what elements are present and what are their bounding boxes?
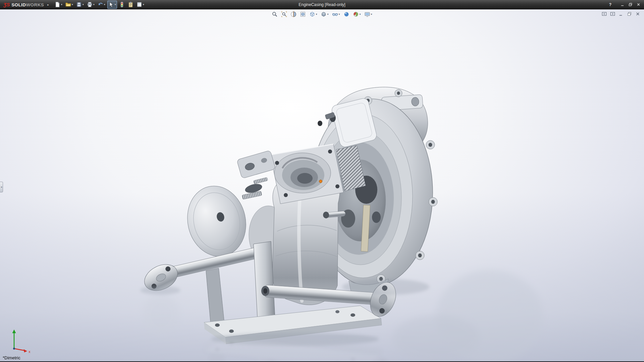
options-dropdown[interactable]: ▾ xyxy=(143,3,144,6)
undo-dropdown[interactable]: ▾ xyxy=(104,3,105,6)
solidworks-logo: ƷS SOLID WORKS xyxy=(3,2,44,7)
zoom-to-area-icon xyxy=(281,11,287,17)
rebuild-icon xyxy=(119,2,125,7)
apply-scene-button[interactable]: ▾ xyxy=(352,11,362,17)
viewport-next-button[interactable] xyxy=(610,11,615,16)
part-flywheel[interactable] xyxy=(180,180,253,262)
document-minimize-button[interactable] xyxy=(618,11,624,16)
standard-toolbar: ▾▾▾▾▾▾▾ xyxy=(54,1,145,9)
dassault-logo-icon: ƷS xyxy=(3,2,10,7)
view-settings-dropdown[interactable]: ▾ xyxy=(371,13,372,16)
hide-show-items-button[interactable]: ▾ xyxy=(331,11,341,17)
document-close-button[interactable] xyxy=(635,11,641,16)
model-reflection xyxy=(140,328,437,361)
new-document-icon xyxy=(55,2,60,7)
hide-show-items-icon xyxy=(332,11,338,17)
new-document-dropdown[interactable]: ▾ xyxy=(61,3,62,6)
apply-scene-icon xyxy=(353,11,359,17)
options-icon xyxy=(137,2,142,7)
triad-x-axis xyxy=(14,349,24,351)
brand-works-text: WORKS xyxy=(26,2,44,7)
open-document-button[interactable]: ▾ xyxy=(64,1,74,9)
view-orientation-button[interactable]: ▾ xyxy=(308,11,318,17)
open-document-dropdown[interactable]: ▾ xyxy=(72,3,73,6)
minimize-button[interactable] xyxy=(619,1,626,8)
triad-y-arrowhead xyxy=(12,329,16,333)
restore-button[interactable] xyxy=(627,1,634,8)
selection-point xyxy=(319,180,322,183)
3d-drawing-views-icon xyxy=(300,11,306,17)
viewport-previous-button[interactable] xyxy=(601,11,607,16)
select-button[interactable]: ▾ xyxy=(107,1,117,9)
section-view-button[interactable] xyxy=(289,11,297,17)
graphics-area[interactable]: ▾▾▾▾▾ ◂ x *Dimetric xyxy=(0,9,644,361)
triad-z-origin xyxy=(13,348,15,350)
open-document-icon xyxy=(65,2,71,7)
triad-x-arrowhead xyxy=(24,349,28,353)
titlebar: ƷS SOLID WORKS ▸ ▾▾▾▾▾▾▾ EngineCasing [R… xyxy=(0,0,644,9)
options-button[interactable]: ▾ xyxy=(136,1,145,9)
section-view-icon xyxy=(290,11,296,17)
document-title: EngineCasing [Read-only] xyxy=(299,0,345,9)
file-properties-button[interactable] xyxy=(127,1,135,9)
orientation-triad: x xyxy=(4,327,34,353)
select-dropdown[interactable]: ▾ xyxy=(115,3,116,6)
undo-icon xyxy=(98,2,103,7)
rebuild-button[interactable] xyxy=(118,1,126,9)
zoom-to-fit-icon xyxy=(272,11,277,17)
display-style-button[interactable]: ▾ xyxy=(320,11,329,17)
view-orientation-icon xyxy=(309,11,315,17)
file-properties-icon xyxy=(128,2,133,7)
apply-scene-dropdown[interactable]: ▾ xyxy=(360,13,361,16)
document-restore-button[interactable] xyxy=(627,11,632,16)
close-button[interactable] xyxy=(635,1,642,8)
help-button[interactable]: ? xyxy=(607,1,614,8)
print-button[interactable]: ▾ xyxy=(86,1,96,9)
undo-button[interactable]: ▾ xyxy=(97,1,106,9)
select-icon xyxy=(108,2,114,7)
engine-casing-model[interactable] xyxy=(0,9,644,361)
print-icon xyxy=(87,2,93,7)
edit-appearance-icon xyxy=(344,11,350,17)
print-dropdown[interactable]: ▾ xyxy=(93,3,95,6)
view-settings-icon xyxy=(365,11,370,17)
document-window-controls xyxy=(601,11,641,16)
flyout-arrow-icon: ◂ xyxy=(1,186,2,188)
triad-x-label: x xyxy=(29,350,31,353)
view-orientation-dropdown[interactable]: ▾ xyxy=(316,13,317,16)
part-mount-bracket[interactable] xyxy=(237,150,276,178)
save-dropdown[interactable]: ▾ xyxy=(83,3,84,6)
save-icon xyxy=(76,2,82,7)
3d-drawing-views-button[interactable] xyxy=(299,11,307,17)
zoom-to-fit-button[interactable] xyxy=(271,11,278,17)
featuremanager-flyout-tab[interactable]: ◂ xyxy=(0,182,3,192)
window-controls: ? xyxy=(607,1,642,8)
edit-appearance-button[interactable] xyxy=(343,11,351,17)
menu-flyout-arrow-icon[interactable]: ▸ xyxy=(47,3,49,6)
new-document-button[interactable]: ▾ xyxy=(54,1,63,9)
display-style-dropdown[interactable]: ▾ xyxy=(327,13,328,16)
display-style-icon xyxy=(321,11,326,17)
brand-solid-text: SOLID xyxy=(11,2,26,7)
zoom-to-area-button[interactable] xyxy=(280,11,288,17)
heads-up-view-toolbar: ▾▾▾▾▾ xyxy=(271,11,373,17)
view-orientation-label: *Dimetric xyxy=(3,355,20,360)
view-settings-button[interactable]: ▾ xyxy=(364,11,373,17)
save-button[interactable]: ▾ xyxy=(75,1,85,9)
hide-show-items-dropdown[interactable]: ▾ xyxy=(338,13,340,16)
